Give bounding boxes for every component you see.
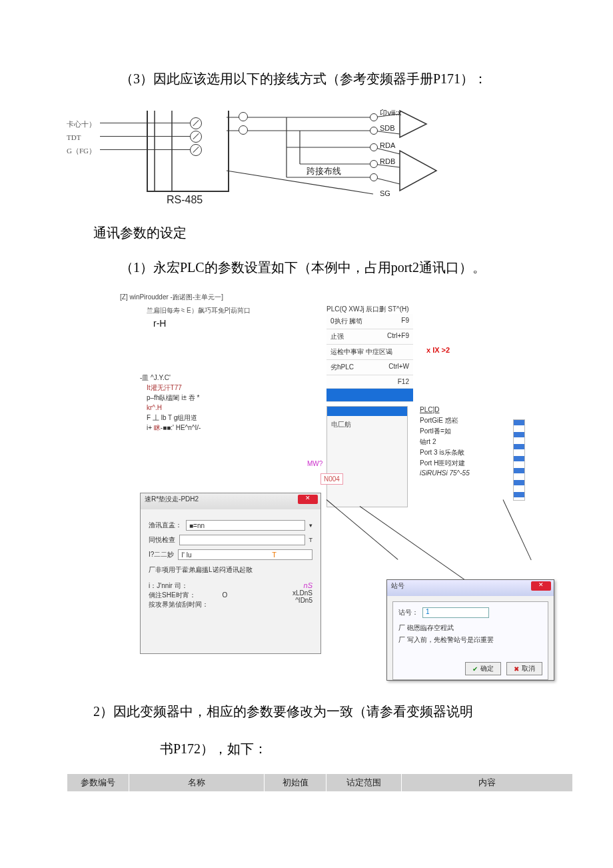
terminal-icon [190, 131, 202, 143]
plcd-submenu[interactable]: PLC]D PortGiE 惑崧 PortI番=如 铀rt 2 Port 3 i… [420, 406, 506, 478]
terminal-icon [190, 117, 202, 129]
station-number-input[interactable]: 1 [422, 607, 489, 618]
dlg1-extra: 倘注SHE时宵： O [149, 591, 227, 600]
plc-menu[interactable]: PLC(Q XWJj 辰口删 ST^(H) 0执行 臃笱F9 止强Ctrl+F9… [326, 305, 413, 402]
node-icon [239, 125, 248, 135]
fig1-rs485-box [147, 111, 229, 192]
pin-label: RDB [380, 157, 395, 165]
dlg2-checkbox-1[interactable]: 厂 砲恩臨存空程武 [398, 623, 542, 633]
node-icon [239, 112, 248, 121]
xix-annotation: x IX >2 [426, 346, 450, 354]
dlg2-field-label: 诂号： [398, 608, 418, 617]
dialog2-title: 站号 [391, 582, 404, 589]
plc-menu-item[interactable]: 0执行 臃笱F9 [326, 314, 413, 329]
side-panel: 电匚舫 MW? N004 [326, 406, 408, 507]
paragraph-1: （1）永宏PLC的参数设置如下（本例中，占用port2通讯口）。 [120, 255, 573, 279]
th-name: 名称 [129, 774, 265, 791]
dlg1-note: 厂非项用于藿弟扁搵L诺闷通讯起散 [149, 565, 312, 575]
dlg1-unit: xLDnS [293, 589, 312, 597]
fig1-right-block: 卬ⅷ:x SDB RDA RDB SG 跨接布线 [280, 104, 433, 204]
dlg1-unit: nS [293, 581, 312, 589]
figure-rs485-wiring: 卡心十） TDT G（FG） [67, 104, 440, 211]
th-content: 内容 [402, 774, 573, 791]
params-table: 参数编号 名称 初始值 诂定范围 内容 [67, 774, 573, 791]
mw-label: MW? [307, 460, 322, 467]
dialog-comm-settings: 速R*垫没走-PDH2 渔讯直盂： ■=nn ▾ 同悦检查 T I?二二妙 I'… [140, 493, 321, 654]
figure-software-screenshot: [Z] winPiroudder -跑诺图-主单元一] 兰扁旧每寿⺀E）飙巧耳兔… [120, 293, 573, 693]
plcd-item[interactable]: PortGiE 惑崧 [420, 416, 506, 425]
close-icon[interactable] [298, 495, 318, 504]
n004-box: N004 [320, 473, 343, 485]
plc-menu-item-selected[interactable] [326, 389, 413, 402]
dialog-station-number: 站号 诂号： 1 厂 砲恩臨存空程武 厂 写入前，先检警站号是岇重罢 确定 取消 [386, 579, 554, 681]
terminal-icon [190, 144, 202, 156]
pin-label: SDB [380, 124, 395, 132]
pin-label: 卬ⅷ:x [380, 108, 402, 118]
plcd-item[interactable]: Port 3 is乐条敞 [420, 448, 506, 457]
plc-menu-item[interactable]: 止强Ctrl+F9 [326, 329, 413, 345]
cancel-button[interactable]: 取消 [506, 662, 542, 675]
dlg1-label: 同悦检查 [149, 535, 175, 545]
color-strip [513, 419, 525, 501]
dlg1-field[interactable]: I' lu [178, 549, 312, 560]
pin-label: RDA [380, 141, 395, 149]
paragraph-2b: 书P172），如下： [160, 737, 573, 761]
dlg1-extra: 按攻界第侦刮时间： [149, 600, 227, 609]
side-panel-text: 电匚舫 [327, 416, 407, 433]
plc-menu-item[interactable]: F12 [326, 375, 413, 389]
dlg1-field[interactable] [179, 535, 305, 545]
pin-label: SG [380, 189, 390, 197]
plc-menu-item[interactable]: 劣hPLCCtrl+W [326, 360, 413, 375]
fig1-bridge-label: 跨接布线 [306, 165, 341, 177]
dlg2-checkbox-2[interactable]: 厂 写入前，先检警站号是岇重罢 [398, 635, 542, 645]
plcd-item-italic: iSiRUHSi 75^-55 [420, 469, 506, 477]
close-icon[interactable] [531, 581, 551, 591]
th-initial: 初始值 [265, 774, 326, 791]
plcd-item[interactable]: Port H匪吲对建 [420, 459, 506, 468]
plc-menu-item[interactable]: 运检中事审 中症区谒 [326, 345, 413, 360]
dialog2-titlebar[interactable]: 站号 [387, 580, 554, 596]
paragraph-3: （3）因此应该选用以下的接线方式（参考变频器手册P171）： [120, 67, 573, 91]
dlg1-field[interactable]: ■=nn [186, 520, 305, 531]
dialog1-titlebar[interactable]: 速R*垫没走-PDH2 [141, 493, 320, 509]
paragraph-2a: 2）因此变频器中，相应的参数要修改为一致（请参看变频器说明 [93, 699, 573, 723]
th-param-no: 参数编号 [67, 774, 129, 791]
section-title-comm-params: 通讯参数的设定 [93, 224, 573, 242]
plc-menu-header: PLC(Q XWJj 辰口删 ST^(H) [326, 305, 413, 314]
th-range: 诂定范围 [326, 774, 402, 791]
dlg1-unit: ^IDn5 [293, 597, 312, 604]
dlg1-label: 渔讯直盂： [149, 521, 182, 530]
fig1-rs485-label: RS-485 [167, 194, 203, 206]
project-tree[interactable]: -皿 ^J.Y.C' It灌无汗T77 p–fh臥榲闍 i± 吞 * kr^.H… [140, 373, 253, 433]
plcd-item[interactable]: 铀rt 2 [420, 437, 506, 447]
dlg1-extra: i：J'nnir 司： [149, 581, 227, 591]
dlg1-label: I?二二妙 [149, 550, 174, 559]
plcd-item[interactable]: PortI番=如 [420, 427, 506, 436]
ok-button[interactable]: 确定 [465, 662, 501, 675]
dialog1-title: 速R*垫没走-PDH2 [145, 495, 199, 503]
window-title: [Z] winPiroudder -跑诺图-主单元一] [120, 293, 573, 302]
plcd-title: PLC]D [420, 406, 506, 413]
